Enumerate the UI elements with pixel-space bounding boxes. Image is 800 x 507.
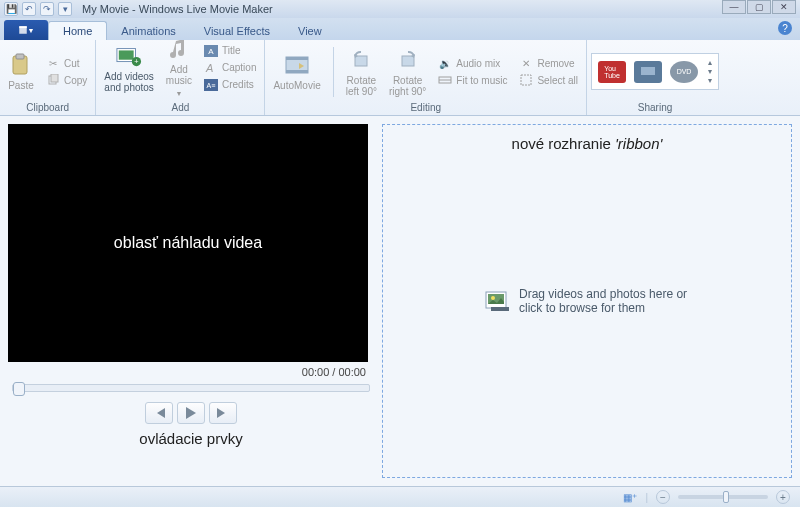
- audio-mix-icon: 🔉: [438, 56, 452, 70]
- svg-rect-1: [19, 26, 27, 28]
- svg-text:A: A: [208, 47, 214, 56]
- chevron-down-icon: ▼: [175, 88, 182, 99]
- group-label-add: Add: [100, 101, 260, 113]
- svg-rect-17: [286, 70, 308, 73]
- play-button[interactable]: [177, 402, 205, 424]
- select-all-icon: [519, 73, 533, 87]
- maximize-button[interactable]: ▢: [747, 0, 771, 14]
- qat-undo-icon[interactable]: ↶: [22, 2, 36, 16]
- fit-to-music-button[interactable]: Fit to music: [434, 72, 511, 88]
- copy-button[interactable]: Copy: [42, 72, 91, 88]
- rotate-left-button[interactable]: Rotate left 90°: [342, 45, 381, 99]
- tab-home[interactable]: Home: [48, 21, 107, 40]
- group-add: + Add videos and photos Add music ▼ A Ti…: [96, 40, 265, 115]
- quick-access-toolbar: 💾 ↶ ↷ ▾: [4, 2, 72, 16]
- statusbar: ▦⁺ | − +: [0, 486, 800, 507]
- video-preview[interactable]: oblasť náhladu videa: [8, 124, 368, 362]
- group-label-clipboard: Clipboard: [4, 101, 91, 113]
- svg-rect-16: [286, 57, 308, 60]
- tab-animations[interactable]: Animations: [107, 22, 189, 40]
- title-icon: A: [204, 44, 218, 58]
- audio-mix-button[interactable]: 🔉 Audio mix: [434, 55, 511, 71]
- preview-pane: oblasť náhladu videa 00:00 / 00:00 ovlád…: [8, 124, 374, 478]
- svg-text:+: +: [134, 57, 138, 66]
- dvd-icon: DVD: [670, 61, 698, 83]
- rotate-left-icon: [348, 47, 374, 73]
- ribbon: Paste ✂ Cut Copy Clipboard +: [0, 40, 800, 116]
- titlebar: 💾 ↶ ↷ ▾ My Movie - Windows Live Movie Ma…: [0, 0, 800, 18]
- add-videos-button[interactable]: + Add videos and photos: [100, 41, 158, 95]
- qat-save-icon[interactable]: 💾: [4, 2, 18, 16]
- title-button[interactable]: A Title: [200, 43, 260, 59]
- remove-icon: ✕: [519, 56, 533, 70]
- help-button[interactable]: ?: [778, 21, 792, 35]
- gallery-scroll[interactable]: ▴▾▾: [708, 58, 712, 85]
- group-editing: AutoMovie Rotate left 90° Rotate right 9…: [265, 40, 587, 115]
- tab-view[interactable]: View: [284, 22, 336, 40]
- next-frame-button[interactable]: [209, 402, 237, 424]
- step-back-icon: [153, 408, 165, 418]
- svg-rect-23: [641, 67, 655, 75]
- credits-icon: A≡: [204, 78, 218, 92]
- window-title: My Movie - Windows Live Movie Maker: [82, 3, 273, 15]
- publish-icon: [634, 61, 662, 83]
- playback-controls: [8, 402, 374, 424]
- file-menu-icon: [18, 25, 28, 35]
- thumbnail-view-icon[interactable]: ▦⁺: [623, 492, 637, 503]
- zoom-thumb[interactable]: [723, 491, 729, 503]
- svg-rect-18: [355, 56, 367, 66]
- rotate-right-icon: [395, 47, 421, 73]
- zoom-in-button[interactable]: +: [776, 490, 790, 504]
- ribbon-tabstrip: ▼ Home Animations Visual Effects View ?: [0, 18, 800, 40]
- media-icon: [485, 289, 509, 313]
- file-tab[interactable]: ▼: [4, 20, 48, 40]
- close-button[interactable]: ✕: [772, 0, 796, 14]
- drop-hint[interactable]: Drag videos and photos here or click to …: [485, 287, 689, 315]
- play-icon: [186, 407, 196, 419]
- automovie-button[interactable]: AutoMovie: [269, 50, 324, 93]
- qat-redo-icon[interactable]: ↷: [40, 2, 54, 16]
- select-all-button[interactable]: Select all: [515, 72, 582, 88]
- caption-button[interactable]: A Caption: [200, 60, 260, 76]
- caption-icon: A: [204, 61, 218, 75]
- svg-rect-19: [402, 56, 414, 66]
- rotate-right-button[interactable]: Rotate right 90°: [385, 45, 430, 99]
- prev-frame-button[interactable]: [145, 402, 173, 424]
- storyboard-pane[interactable]: nové rozhranie 'ribbon' Drag videos and …: [382, 124, 792, 478]
- window-controls: — ▢ ✕: [721, 0, 796, 14]
- time-indicator: 00:00 / 00:00: [8, 362, 374, 382]
- qat-dropdown-icon[interactable]: ▾: [58, 2, 72, 16]
- group-label-editing: Editing: [269, 101, 582, 113]
- zoom-slider[interactable]: [678, 495, 768, 499]
- minimize-button[interactable]: —: [722, 0, 746, 14]
- group-label-sharing: Sharing: [591, 101, 719, 113]
- group-clipboard: Paste ✂ Cut Copy Clipboard: [0, 40, 96, 115]
- add-music-button[interactable]: Add music ▼: [162, 34, 196, 101]
- zoom-out-button[interactable]: −: [656, 490, 670, 504]
- add-videos-icon: +: [116, 43, 142, 69]
- cut-icon: ✂: [46, 56, 60, 70]
- cut-button[interactable]: ✂ Cut: [42, 55, 91, 71]
- svg-rect-7: [119, 50, 134, 59]
- seek-slider[interactable]: [12, 384, 370, 392]
- svg-rect-5: [51, 74, 58, 82]
- svg-point-26: [491, 296, 495, 300]
- remove-button[interactable]: ✕ Remove: [515, 55, 582, 71]
- seek-thumb[interactable]: [13, 382, 25, 396]
- tab-visual-effects[interactable]: Visual Effects: [190, 22, 284, 40]
- sharing-gallery[interactable]: YouTube DVD ▴▾▾: [591, 53, 719, 90]
- credits-button[interactable]: A≡ Credits: [200, 77, 260, 93]
- svg-rect-3: [16, 54, 24, 59]
- svg-rect-27: [491, 307, 509, 311]
- automovie-icon: [284, 52, 310, 78]
- preview-overlay-label: oblasť náhladu videa: [114, 234, 262, 252]
- copy-icon: [46, 73, 60, 87]
- paste-icon: [8, 52, 34, 78]
- ribbon-annotation: nové rozhranie 'ribbon': [383, 125, 791, 152]
- svg-text:A≡: A≡: [207, 82, 216, 89]
- controls-annotation: ovládacie prvky: [8, 430, 374, 447]
- content-area: oblasť náhladu videa 00:00 / 00:00 ovlád…: [0, 116, 800, 486]
- svg-text:A: A: [205, 62, 213, 74]
- paste-button[interactable]: Paste: [4, 50, 38, 93]
- svg-rect-21: [521, 75, 531, 85]
